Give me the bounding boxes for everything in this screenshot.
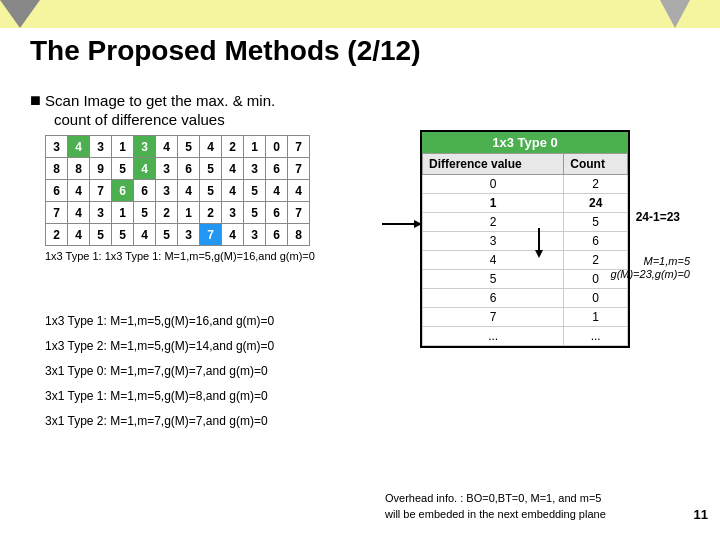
count-value: ...	[564, 327, 628, 346]
grid-cell: 3	[222, 202, 244, 224]
svg-marker-1	[414, 220, 422, 228]
count-value: 1	[564, 308, 628, 327]
grid-cell: 4	[68, 136, 90, 158]
grid-cell: 3	[178, 224, 200, 246]
count-value: 24	[564, 194, 628, 213]
bottom-info: Overhead info. : BO=0,BT=0, M=1, and m=5…	[385, 490, 710, 522]
grid-cell: 7	[200, 224, 222, 246]
grid-cell: 5	[156, 224, 178, 246]
grid-cell: 3	[90, 202, 112, 224]
grid-cell: 7	[288, 136, 310, 158]
grid-cell: 2	[156, 202, 178, 224]
grid-cell: 9	[90, 158, 112, 180]
diff-value: 5	[423, 270, 564, 289]
grid-cell: 6	[266, 224, 288, 246]
grid-cell: 3	[156, 180, 178, 202]
grid-cell: 6	[46, 180, 68, 202]
diff-value: ...	[423, 327, 564, 346]
grid-cell: 6	[134, 180, 156, 202]
grid-cell: 7	[288, 202, 310, 224]
grid-cell: 1	[112, 202, 134, 224]
grid-cell: 8	[46, 158, 68, 180]
count-value: 6	[564, 232, 628, 251]
info-line: 1x3 Type 2: M=1,m=5,g(M)=14,and g(m)=0	[45, 335, 274, 357]
grid-cell: 2	[222, 136, 244, 158]
grid-cell: 5	[244, 180, 266, 202]
grid-cell: 2	[46, 224, 68, 246]
count-value: 5	[564, 213, 628, 232]
table-row: 124	[423, 194, 628, 213]
info-line: 3x1 Type 1: M=1,m=5,g(M)=8,and g(m)=0	[45, 385, 274, 407]
top-zigzag-left	[0, 0, 40, 28]
grid-cell: 5	[134, 202, 156, 224]
table-row: 25	[423, 213, 628, 232]
diff-value: 0	[423, 175, 564, 194]
page-number: 11	[694, 507, 708, 522]
annotation-formula: 24-1=23	[636, 210, 680, 224]
info-lines-container: 1x3 Type 1: M=1,m=5,g(M)=16,and g(m)=01x…	[45, 310, 274, 435]
grid-cell: 5	[200, 180, 222, 202]
grid-cell: 6	[112, 180, 134, 202]
col-diff-header: Difference value	[423, 154, 564, 175]
col-count-header: Count	[564, 154, 628, 175]
grid-label: 1x3 Type 1: 1x3 Type 1: M=1,m=5,g(M)=16,…	[45, 250, 315, 262]
grid-cell: 4	[200, 136, 222, 158]
info-line: 3x1 Type 2: M=1,m=7,g(M)=7,and g(m)=0	[45, 410, 274, 432]
grid-cell: 4	[178, 180, 200, 202]
table-row: 71	[423, 308, 628, 327]
grid-cell: 4	[222, 224, 244, 246]
top-bar	[0, 0, 720, 28]
count-value: 2	[564, 251, 628, 270]
svg-marker-3	[535, 250, 543, 258]
diff-value: 1	[423, 194, 564, 213]
info-line: 3x1 Type 0: M=1,m=7,g(M)=7,and g(m)=0	[45, 360, 274, 382]
grid-cell: 5	[244, 202, 266, 224]
grid-cell: 1	[244, 136, 266, 158]
grid-cell: 5	[90, 224, 112, 246]
grid-cell: 5	[112, 224, 134, 246]
grid-cell: 1	[112, 136, 134, 158]
grid-cell: 3	[134, 136, 156, 158]
grid-cell: 7	[288, 158, 310, 180]
grid-cell: 3	[90, 136, 112, 158]
grid-cell: 2	[200, 202, 222, 224]
type0-data-table: Difference value Count 02124253642506071…	[422, 153, 628, 346]
grid-cell: 4	[134, 224, 156, 246]
grid-cell: 4	[266, 180, 288, 202]
grid-cell: 3	[46, 136, 68, 158]
grid-cell: 4	[68, 224, 90, 246]
grid-cell: 1	[178, 202, 200, 224]
count-value: 0	[564, 289, 628, 308]
table-row: 02	[423, 175, 628, 194]
grid-cell: 4	[68, 202, 90, 224]
type0-header: 1x3 Type 0	[422, 132, 628, 153]
grid-cell: 4	[156, 136, 178, 158]
diff-value: 7	[423, 308, 564, 327]
count-value: 2	[564, 175, 628, 194]
grid-cell: 3	[244, 224, 266, 246]
grid-cell: 4	[222, 158, 244, 180]
grid-cell: 4	[134, 158, 156, 180]
grid-cell: 6	[178, 158, 200, 180]
grid-container: 3431345421078895436543676476634545447431…	[45, 135, 315, 262]
diff-value: 6	[423, 289, 564, 308]
grid-cell: 8	[288, 224, 310, 246]
grid-cell: 6	[266, 158, 288, 180]
grid-cell: 7	[90, 180, 112, 202]
m-annotation-2: g(M)=23,g(m)=0	[611, 268, 690, 280]
bullet-text2: count of difference values	[54, 111, 225, 128]
grid-cell: 5	[178, 136, 200, 158]
page-title: The Proposed Methods (2/12)	[30, 35, 421, 67]
grid-cell: 8	[68, 158, 90, 180]
grid-cell: 4	[288, 180, 310, 202]
bullet-section: ■ Scan Image to get the max. & min. coun…	[30, 90, 275, 128]
grid-cell: 4	[68, 180, 90, 202]
grid-cell: 4	[222, 180, 244, 202]
bottom-text1: Overhead info. : BO=0,BT=0, M=1, and m=5	[385, 490, 710, 506]
grid-cell: 3	[156, 158, 178, 180]
table-row: 50	[423, 270, 628, 289]
top-zigzag-right	[650, 0, 690, 28]
info-line: 1x3 Type 1: M=1,m=5,g(M)=16,and g(m)=0	[45, 310, 274, 332]
down-arrow	[533, 228, 545, 258]
table-row: 60	[423, 289, 628, 308]
